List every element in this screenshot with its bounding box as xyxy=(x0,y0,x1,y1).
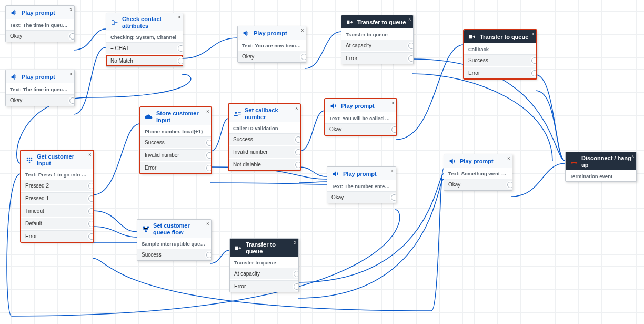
block-transfer-to-queue-callback[interactable]: Transfer to queue x Callback Success Err… xyxy=(464,30,537,79)
connector-dot[interactable] xyxy=(206,152,212,159)
branch-at-capacity[interactable]: At capacity xyxy=(341,40,413,51)
block-header[interactable]: Play prompt x xyxy=(325,99,396,112)
branch-okay[interactable]: Okay xyxy=(238,51,306,62)
close-icon[interactable]: x xyxy=(296,105,298,111)
block-header[interactable]: Get customer input x xyxy=(21,151,93,169)
close-icon[interactable]: x xyxy=(70,71,73,76)
block-subtitle: Sample interruptible queu... xyxy=(137,238,211,249)
close-icon[interactable]: x xyxy=(392,100,395,105)
connector-dot[interactable] xyxy=(391,194,396,201)
block-header[interactable]: Transfer to queue x xyxy=(230,239,298,257)
close-icon[interactable]: x xyxy=(89,152,92,157)
branch-not-dialable[interactable]: Not dialable xyxy=(229,159,300,170)
branch-pressed-2[interactable]: Pressed 2 xyxy=(21,180,93,191)
block-set-customer-queue-flow[interactable]: Set customer queue flow x Sample interru… xyxy=(137,219,212,261)
block-header[interactable]: Set callback number x xyxy=(229,104,300,122)
branch-success[interactable]: Success xyxy=(229,133,300,145)
block-play-prompt-2[interactable]: Play prompt x Text: The time in queue is… xyxy=(5,70,75,106)
block-play-prompt-error[interactable]: Play prompt x Text: Something went wro..… xyxy=(444,154,512,191)
connector-dot[interactable] xyxy=(301,54,306,60)
block-header[interactable]: Transfer to queue x xyxy=(464,30,536,43)
branch-success[interactable]: Success xyxy=(464,54,536,66)
block-transfer-to-queue-1[interactable]: Transfer to queue x Transfer to queue At… xyxy=(341,15,414,64)
canvas-grid[interactable] xyxy=(0,0,644,324)
transfer-icon xyxy=(346,18,354,26)
block-header[interactable]: Play prompt x xyxy=(6,70,74,83)
branch-invalid-number[interactable]: Invalid number xyxy=(140,149,211,161)
connector-dot[interactable] xyxy=(531,57,537,64)
block-header[interactable]: Check contact attributes x xyxy=(106,13,183,31)
connector-dot[interactable] xyxy=(295,149,300,155)
connector-dot[interactable] xyxy=(295,162,300,168)
connector-dot[interactable] xyxy=(391,126,397,133)
connector-dot[interactable] xyxy=(408,43,414,49)
connector-dot[interactable] xyxy=(88,183,94,189)
block-header[interactable]: Play prompt x xyxy=(327,167,396,180)
block-play-prompt-number-entered[interactable]: Play prompt x Text: The number entered..… xyxy=(327,166,396,203)
branch-success[interactable]: Success xyxy=(140,136,211,148)
connector-dot[interactable] xyxy=(206,165,212,171)
connector-dot[interactable] xyxy=(88,208,94,214)
close-icon[interactable]: x xyxy=(409,16,411,22)
connector-dot[interactable] xyxy=(69,33,75,40)
branch-okay[interactable]: Okay xyxy=(327,191,396,203)
connector-dot[interactable] xyxy=(88,233,94,240)
block-check-contact-attributes[interactable]: Check contact attributes x Checking: Sys… xyxy=(106,13,183,67)
close-icon[interactable]: x xyxy=(391,168,394,173)
branch-error[interactable]: Error xyxy=(140,162,211,173)
close-icon[interactable]: x xyxy=(301,27,304,33)
branch-pressed-1[interactable]: Pressed 1 xyxy=(21,192,93,204)
connector-dot[interactable] xyxy=(295,136,300,143)
branch-okay[interactable]: Okay xyxy=(6,30,74,42)
close-icon[interactable]: x xyxy=(532,31,535,36)
block-disconnect[interactable]: Disconnect / hang up x Termination event xyxy=(565,152,637,182)
branch-at-capacity[interactable]: At capacity xyxy=(230,268,298,279)
branch-error[interactable]: Error xyxy=(21,230,93,242)
connector-dot[interactable] xyxy=(206,140,212,146)
block-header[interactable]: Set customer queue flow x xyxy=(137,220,211,238)
block-header[interactable]: Play prompt x xyxy=(6,6,74,19)
block-header[interactable]: Play prompt x xyxy=(444,154,512,168)
connector-dot[interactable] xyxy=(178,45,183,52)
close-icon[interactable]: x xyxy=(178,14,181,19)
branch-error[interactable]: Error xyxy=(341,52,413,64)
block-header[interactable]: Play prompt x xyxy=(238,26,306,40)
branch-okay[interactable]: Okay xyxy=(325,123,396,135)
branch-default[interactable]: Default xyxy=(21,218,93,229)
close-icon[interactable]: x xyxy=(294,240,297,245)
close-icon[interactable]: x xyxy=(632,153,635,159)
block-play-prompt-1[interactable]: Play prompt x Text: The time in queue is… xyxy=(5,5,75,42)
branch-invalid-number[interactable]: Invalid number xyxy=(229,146,300,158)
connector-dot[interactable] xyxy=(69,97,75,104)
block-get-customer-input[interactable]: Get customer input x Text: Press 1 to go… xyxy=(21,150,94,242)
block-play-prompt-being-placed[interactable]: Play prompt x Text: You are now being pl… xyxy=(237,26,306,63)
block-play-prompt-callback[interactable]: Play prompt x Text: You will be called b… xyxy=(325,99,397,135)
branch-error[interactable]: Error xyxy=(230,280,298,292)
branch-error[interactable]: Error xyxy=(464,67,536,78)
connector-dot[interactable] xyxy=(507,182,512,188)
connector-dot[interactable] xyxy=(88,221,94,227)
block-header[interactable]: Store customer input x xyxy=(140,107,211,125)
close-icon[interactable]: x xyxy=(70,7,73,12)
branch-no-match[interactable]: No Match xyxy=(106,55,183,66)
close-icon[interactable]: x xyxy=(508,155,510,161)
connector-dot[interactable] xyxy=(294,271,299,277)
branch-okay[interactable]: Okay xyxy=(6,94,74,106)
block-set-callback-number[interactable]: Set callback number x Caller ID validati… xyxy=(228,104,300,171)
block-header[interactable]: Transfer to queue x xyxy=(341,15,413,28)
connector-dot[interactable] xyxy=(178,58,183,64)
connector-dot[interactable] xyxy=(88,195,94,202)
branch-success[interactable]: Success xyxy=(137,249,211,260)
connector-dot[interactable] xyxy=(206,252,212,258)
block-header[interactable]: Disconnect / hang up x xyxy=(566,152,636,170)
close-icon[interactable]: x xyxy=(207,221,209,226)
branch-chat[interactable]: = CHAT xyxy=(106,42,183,54)
block-store-customer-input[interactable]: Store customer input x Phone number, loc… xyxy=(140,107,212,174)
branch-timeout[interactable]: Timeout xyxy=(21,205,93,217)
connector-dot[interactable] xyxy=(294,283,299,290)
branch-okay[interactable]: Okay xyxy=(444,179,512,190)
connector-dot[interactable] xyxy=(408,55,414,62)
close-icon[interactable]: x xyxy=(207,109,209,114)
block-transfer-to-queue-2[interactable]: Transfer to queue x Transfer to queue At… xyxy=(229,238,299,292)
connector-dot[interactable] xyxy=(531,70,537,76)
